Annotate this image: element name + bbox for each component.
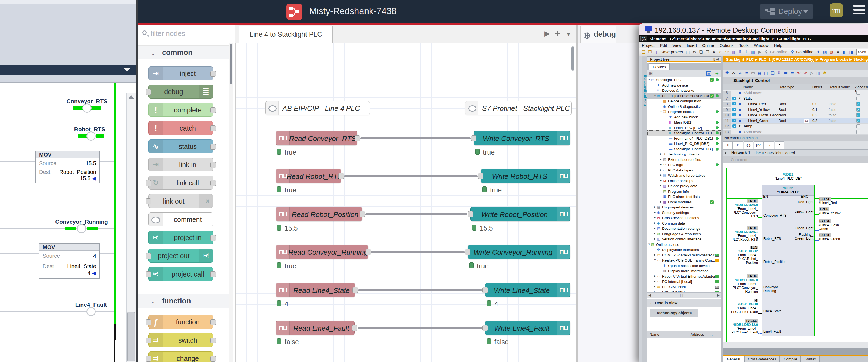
lad-element-button[interactable]: →: [764, 141, 774, 149]
palette-node[interactable]: function: [148, 315, 213, 329]
editor-toolbar-icon[interactable]: ✕: [731, 70, 737, 76]
editor-toolbar-icon[interactable]: ≋: [737, 70, 743, 76]
expander-icon[interactable]: ▼: [738, 97, 741, 100]
tree-item[interactable]: ▶ ✦ Technology objects ✓: [647, 151, 721, 157]
tree-item[interactable]: ≣ PLC alarm text lists ✓: [647, 194, 721, 199]
node-output-port[interactable]: [210, 71, 216, 77]
table-row[interactable]: 11 ◂ Line4_Green Bool ▤ 0.3 false ✓: [723, 118, 868, 124]
details-module-tab[interactable]: Technology objects: [650, 309, 699, 317]
node-output-port[interactable]: [210, 144, 216, 150]
toolbar-icon[interactable]: ⇩: [737, 49, 743, 55]
input-operand[interactable]: 15.5%DB1.DBD2"From_Line4_PLC".Robot_Posi…: [718, 246, 758, 264]
node-input-port[interactable]: [146, 319, 151, 325]
expander-icon[interactable]: ▶: [654, 222, 656, 224]
tia-title-bar[interactable]: TIA V17 Siemens - C:\Users\richard\Docum…: [639, 35, 868, 42]
editor-toolbar-icon[interactable]: ❏: [770, 70, 776, 76]
toolbar-icon[interactable]: ▥: [731, 49, 737, 55]
accessible-checkbox[interactable]: ✓: [856, 119, 860, 123]
toolbar-icon[interactable]: ◨: [848, 49, 854, 55]
toolbar-icon[interactable]: ▧: [822, 49, 828, 55]
palette-node[interactable]: project call: [148, 267, 213, 281]
palette-node[interactable]: catch: [148, 121, 213, 135]
expander-icon[interactable]: ▶: [654, 238, 656, 240]
tree-item[interactable]: ▶ ◉ Security settings ✓: [647, 210, 721, 216]
palette-node[interactable]: link in: [148, 158, 213, 171]
sidebar-splitter[interactable]: [576, 25, 578, 362]
node-input-port[interactable]: [146, 356, 151, 362]
palette-scrollbar[interactable]: [229, 43, 232, 362]
expander-icon[interactable]: ▶: [660, 179, 662, 182]
expander-icon[interactable]: ▶: [660, 174, 662, 176]
column-offset[interactable]: Offset: [812, 85, 822, 89]
accessible-checkbox[interactable]: [856, 96, 860, 101]
menu-item[interactable]: Project: [639, 42, 657, 49]
tree-filter-icon[interactable]: ▦: [649, 71, 653, 76]
node-input-port[interactable]: [146, 337, 151, 343]
scroll-left-icon[interactable]: ◀: [648, 294, 651, 297]
network-header[interactable]: ▼ Network 1: Line 4 Stacklight Control: [723, 149, 868, 156]
toolbar-icon[interactable]: ◫: [654, 49, 659, 55]
expander-icon[interactable]: ▶: [654, 227, 656, 229]
write-node[interactable]: Write Conveyor_Running: [468, 245, 570, 259]
details-view-header[interactable]: ⌄ Details view: [647, 299, 721, 307]
tree-item[interactable]: ▼ ▭ Realtek PCIe GBE Family Con... ✓: [647, 258, 721, 263]
editor-toolbar-icon[interactable]: ⇄: [783, 70, 788, 76]
tree-hscrollbar[interactable]: ◀ ▶ ∥∥: [647, 292, 721, 298]
avatar[interactable]: rm: [830, 3, 843, 18]
palette-node[interactable]: switch: [148, 333, 213, 347]
read-node[interactable]: Read Robot_RTS: [276, 169, 341, 183]
scrollbar-thumb[interactable]: ∥∥: [680, 294, 683, 297]
tree-item[interactable]: ▶ ▭ Hyper-V Virtual Ethernet Adapter ✓: [647, 274, 721, 279]
editor-toolbar-icon[interactable]: ≣: [789, 70, 795, 76]
expander-icon[interactable]: ▶: [654, 211, 656, 214]
expander-icon[interactable]: ▼: [654, 258, 656, 261]
tree-item[interactable]: ▶ ▦ Ungrouped devices ✓: [647, 205, 721, 210]
table-row[interactable]: 10 ◂ Line4_Flash_Green Bool ▤ 0.2 false …: [723, 112, 868, 118]
editor-toolbar-icon[interactable]: ⟳: [802, 70, 808, 76]
input-operand[interactable]: FALSE%DB1.DBX12.0"From_Line4_PLC".Line4_…: [718, 319, 758, 334]
expander-icon[interactable]: ▶: [654, 253, 656, 256]
tree-item[interactable]: ▼ ▦ PLC_1 [CPU 1212C AC/DC/Rly] ✓: [647, 93, 721, 99]
tree-view-icon[interactable]: ▤: [706, 71, 711, 76]
deploy-caret-icon[interactable]: [803, 10, 808, 13]
expander-icon[interactable]: ▼: [738, 124, 741, 128]
expander-icon[interactable]: ▶: [660, 158, 662, 161]
palette-node[interactable]: debug: [148, 85, 213, 99]
node-output-port[interactable]: [210, 162, 216, 168]
tree-item[interactable]: ✱ Update accessible devices ✓: [647, 263, 721, 269]
write-node[interactable]: Write Conveyor_RTS: [474, 131, 570, 145]
palette-search[interactable]: filter nodes: [138, 25, 235, 43]
inspector-tab[interactable]: General: [723, 356, 744, 362]
next-tab-icon[interactable]: ▶: [544, 29, 550, 38]
write-node[interactable]: Write Line4_State: [485, 283, 570, 297]
menu-item[interactable]: Help: [771, 42, 785, 49]
node-output-port[interactable]: [354, 135, 360, 141]
expander-icon[interactable]: ▼: [654, 94, 656, 97]
flow-tab[interactable]: Line 4 to Stacklight PLC: [239, 26, 333, 43]
output-operand[interactable]: TRUE#Line4_Yellow: [818, 207, 859, 215]
node-input-port[interactable]: [146, 253, 151, 259]
rdp-title-bar[interactable]: 192.168.0.137 - Remote Desktop Connectio…: [639, 24, 868, 35]
tree-item[interactable]: ◉ Online & diagnostics ✓: [647, 104, 721, 109]
column-default-value[interactable]: Default value: [829, 85, 850, 89]
node-input-port[interactable]: [146, 89, 151, 95]
tree-item[interactable]: ▶ ▱ PLC data types ✓: [647, 168, 721, 173]
expander-icon[interactable]: ▶: [660, 168, 662, 171]
input-operand[interactable]: TRUE%DB1.DBX6.0"From_Line4_PLC".Conveyor…: [718, 274, 758, 294]
editor-toolbar-icon[interactable]: ◫: [815, 70, 821, 76]
table-row[interactable]: 6 ◂ <Add new> ▤: [723, 90, 868, 96]
tree-item[interactable]: ▶ ▥ Device proxy data ✓: [647, 184, 721, 189]
tree-item[interactable]: ▬ Line4_PLC_DB [DB2] ✓: [647, 141, 721, 146]
palette-node[interactable]: complete: [148, 103, 213, 117]
mov-block[interactable]: MOV Source15.5 DestRobot_Position 15.5 ◀: [35, 150, 100, 184]
tree-item[interactable]: ▶ ▭ USB [S7USB] ✓: [647, 289, 721, 292]
node-output-port[interactable]: [210, 180, 216, 186]
go-online-button[interactable]: Go online: [770, 49, 787, 54]
tree-item[interactable]: ▶ ▭ COM [RS232/PPI multi-master c... ✓ ?: [647, 253, 721, 258]
table-row[interactable]: 7 ◂ ▼ Static ▤: [723, 96, 868, 102]
write-node[interactable]: Write Robot_RTS: [481, 169, 570, 183]
editor-toolbar-icon[interactable]: ▦: [756, 70, 763, 76]
palette-section-common[interactable]: ⌄ common: [138, 46, 231, 59]
tree-sync-icon[interactable]: ➜: [715, 71, 718, 76]
collapse-icon[interactable]: ▼: [724, 151, 727, 155]
